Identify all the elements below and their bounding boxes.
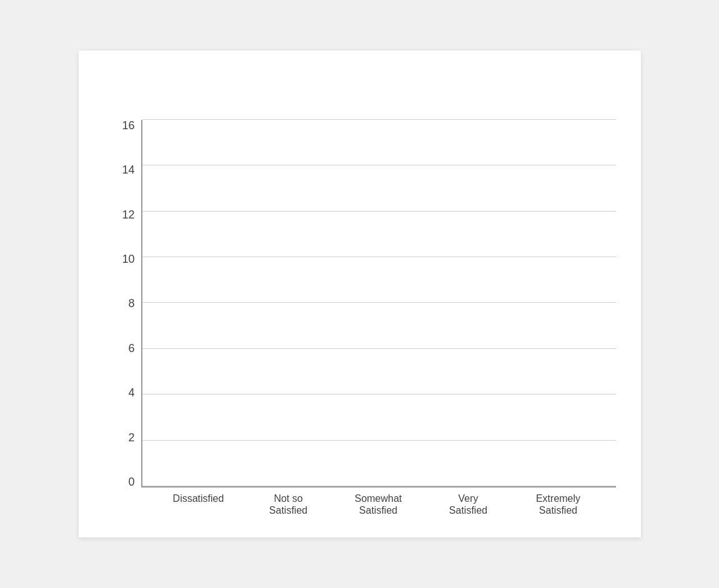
grid-line <box>142 348 616 349</box>
chart-area: 0246810121416 DissatisfiedNot soSatisfie… <box>116 120 616 525</box>
x-axis-label: Not soSatisfied <box>257 492 320 525</box>
y-axis-label: 8 <box>116 298 135 309</box>
grid-line <box>142 394 616 394</box>
x-axis-label: ExtremelySatisfied <box>527 492 590 525</box>
grid-line <box>142 211 616 212</box>
grid-line <box>142 119 616 120</box>
y-axis: 0246810121416 <box>116 120 141 525</box>
grid-line <box>142 165 616 165</box>
grid-line <box>142 440 616 441</box>
y-axis-label: 16 <box>116 120 135 131</box>
y-axis-label: 2 <box>116 432 135 443</box>
x-axis-label: VerySatisfied <box>437 492 500 525</box>
y-axis-label: 4 <box>116 387 135 398</box>
grid-line <box>142 257 616 257</box>
chart-title <box>116 76 616 101</box>
x-labels: DissatisfiedNot soSatisfiedSomewhatSatis… <box>141 488 616 525</box>
y-axis-label: 10 <box>116 253 135 265</box>
grid-line <box>142 302 616 303</box>
grid-lines <box>141 120 616 488</box>
y-axis-label: 6 <box>116 343 135 354</box>
x-axis-label: Dissatisfied <box>167 492 230 525</box>
x-axis-label: SomewhatSatisfied <box>347 492 410 525</box>
plot-area: DissatisfiedNot soSatisfiedSomewhatSatis… <box>141 120 616 525</box>
y-axis-label: 12 <box>116 209 135 220</box>
y-axis-label: 14 <box>116 164 135 175</box>
y-axis-label: 0 <box>116 476 135 488</box>
grid-line <box>142 486 616 486</box>
chart-container: 0246810121416 DissatisfiedNot soSatisfie… <box>79 51 641 537</box>
